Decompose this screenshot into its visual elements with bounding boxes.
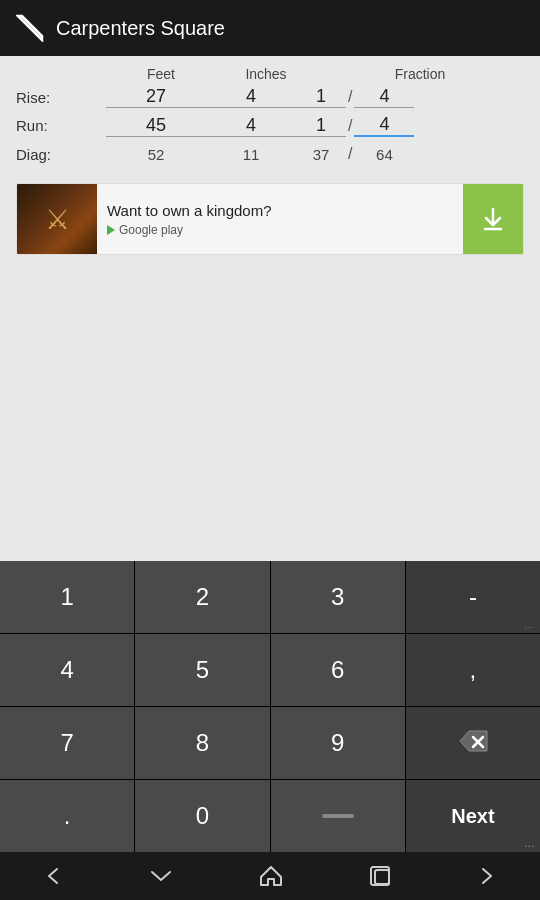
rise-feet-input[interactable] [106,86,206,108]
run-label: Run: [16,117,106,134]
svg-marker-6 [261,867,281,885]
col-header-feet: Feet [106,66,216,82]
download-icon [479,205,507,233]
next-dots-decoration: ... [524,839,535,849]
diag-frac-slash: / [348,145,352,163]
rise-frac-num-input[interactable] [296,86,346,108]
nav-home-button[interactable] [243,857,299,895]
nav-recents-button[interactable] [353,857,407,895]
key-3[interactable]: 3 [271,561,405,633]
diag-frac-den-value: 64 [354,146,414,163]
nav-forward-button[interactable] [461,858,513,894]
svg-marker-0 [18,16,42,40]
diag-frac-num-value: 37 [296,146,346,163]
ad-image: ⚔ [17,183,97,255]
key-dot[interactable]: . [0,780,134,852]
warrior-icon: ⚔ [45,203,70,236]
run-frac-den-input[interactable] [354,114,414,137]
nav-down-button[interactable] [133,858,189,894]
key-comma[interactable]: , [406,634,540,706]
key-8[interactable]: 8 [135,707,269,779]
diag-row: Diag: 52 11 37 / 64 [16,145,524,163]
rise-frac-den-input[interactable] [354,86,414,108]
key-1[interactable]: 1 [0,561,134,633]
ad-banner[interactable]: ⚔ Want to own a kingdom? Google play [16,183,524,255]
ad-download-button[interactable] [463,183,523,255]
key-space[interactable] [271,780,405,852]
run-frac-num-input[interactable] [296,115,346,137]
column-headers: Feet Inches Fraction [16,66,524,82]
key-7[interactable]: 7 [0,707,134,779]
backspace-icon [458,730,488,757]
diag-label: Diag: [16,146,106,163]
ad-text-area: Want to own a kingdom? Google play [97,194,463,245]
svg-rect-5 [322,814,354,818]
rise-inches-input[interactable] [206,86,296,108]
nav-bar [0,852,540,900]
google-play-icon [107,225,115,235]
rise-frac-slash: / [348,88,352,106]
diag-feet-value: 52 [106,146,206,163]
space-icon [320,802,356,830]
key-0[interactable]: 0 [135,780,269,852]
key-5[interactable]: 5 [135,634,269,706]
run-inches-input[interactable] [206,115,296,137]
numpad: 1 2 3 - ... 4 5 6 , 7 8 9 [0,561,540,852]
key-9[interactable]: 9 [271,707,405,779]
ad-google-play: Google play [107,223,453,237]
nav-back-button[interactable] [27,858,79,894]
run-feet-input[interactable] [106,115,206,137]
google-play-text: Google play [119,223,183,237]
app-header: Carpenters Square [0,0,540,56]
rise-row: Rise: / [16,86,524,108]
key-6[interactable]: 6 [271,634,405,706]
key-4[interactable]: 4 [0,634,134,706]
key-2[interactable]: 2 [135,561,269,633]
key-backspace[interactable] [406,707,540,779]
key-next[interactable]: Next ... [406,780,540,852]
dots-decoration: ... [524,620,535,630]
diag-inches-value: 11 [206,146,296,163]
run-row: Run: / [16,114,524,137]
ad-headline: Want to own a kingdom? [107,202,453,219]
key-minus[interactable]: - ... [406,561,540,633]
svg-rect-8 [375,870,389,884]
rise-label: Rise: [16,89,106,106]
col-header-inches: Inches [216,66,316,82]
carpenters-square-icon [16,14,44,42]
run-frac-slash: / [348,117,352,135]
app-title: Carpenters Square [56,17,225,40]
col-header-fraction: Fraction [316,66,524,82]
main-content: Feet Inches Fraction Rise: / Run: / Diag… [0,56,540,561]
